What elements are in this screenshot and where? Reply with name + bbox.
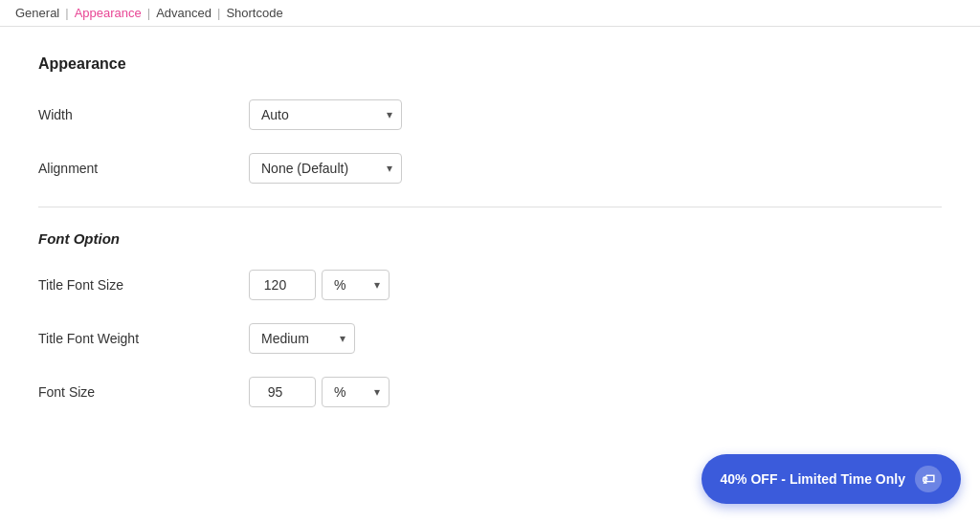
promo-icon: 🏷 — [915, 466, 942, 492]
title-font-weight-select[interactable]: Light Normal Medium Semi Bold Bold Extra… — [249, 323, 355, 354]
title-font-weight-control: Light Normal Medium Semi Bold Bold Extra… — [249, 323, 355, 354]
width-select[interactable]: Auto Full Width Custom — [249, 99, 402, 130]
title-font-weight-label: Title Font Weight — [38, 331, 249, 346]
alignment-control: None (Default) Left Center Right — [249, 153, 402, 184]
title-font-size-label: Title Font Size — [38, 277, 249, 293]
nav-appearance[interactable]: Appearance — [75, 6, 142, 20]
alignment-select[interactable]: None (Default) Left Center Right — [249, 153, 402, 184]
width-select-wrapper: Auto Full Width Custom — [249, 99, 402, 130]
separator-3: | — [217, 6, 220, 20]
title-font-size-unit-select[interactable]: % px em rem — [322, 270, 390, 300]
separator-2: | — [147, 6, 150, 20]
font-size-input[interactable] — [249, 377, 316, 407]
title-font-weight-select-wrapper: Light Normal Medium Semi Bold Bold Extra… — [249, 323, 355, 354]
title-font-size-row: Title Font Size % px em rem — [38, 270, 942, 300]
main-content: Appearance Width Auto Full Width Custom … — [0, 27, 980, 459]
font-option-title: Font Option — [38, 230, 942, 247]
font-size-input-group: % px em rem — [249, 377, 390, 407]
promo-banner[interactable]: 40% OFF - Limited Time Only 🏷 — [702, 454, 961, 504]
width-row: Width Auto Full Width Custom — [38, 99, 942, 130]
width-label: Width — [38, 107, 249, 122]
width-control: Auto Full Width Custom — [249, 99, 402, 130]
nav-shortcode[interactable]: Shortcode — [226, 6, 282, 20]
font-size-unit-select[interactable]: % px em rem — [322, 377, 390, 407]
title-font-weight-row: Title Font Weight Light Normal Medium Se… — [38, 323, 942, 354]
title-font-size-control: % px em rem — [249, 270, 390, 300]
alignment-row: Alignment None (Default) Left Center Rig… — [38, 153, 942, 184]
font-size-control: % px em rem — [249, 377, 390, 407]
promo-text: 40% OFF - Limited Time Only — [721, 471, 905, 487]
title-font-size-input[interactable] — [249, 270, 316, 300]
nav-advanced[interactable]: Advanced — [156, 6, 212, 20]
font-size-unit-wrapper: % px em rem — [322, 377, 390, 407]
top-nav: General | Appearance | Advanced | Shortc… — [0, 0, 980, 27]
title-font-size-unit-wrapper: % px em rem — [322, 270, 390, 300]
font-size-row: Font Size % px em rem — [38, 377, 942, 407]
nav-general[interactable]: General — [15, 6, 59, 20]
alignment-select-wrapper: None (Default) Left Center Right — [249, 153, 402, 184]
font-size-label: Font Size — [38, 384, 249, 400]
font-option-section: Font Option Title Font Size % px em rem — [38, 207, 942, 407]
alignment-label: Alignment — [38, 161, 249, 176]
title-font-size-input-group: % px em rem — [249, 270, 390, 300]
appearance-section-title: Appearance — [38, 55, 942, 73]
separator-1: | — [65, 6, 68, 20]
